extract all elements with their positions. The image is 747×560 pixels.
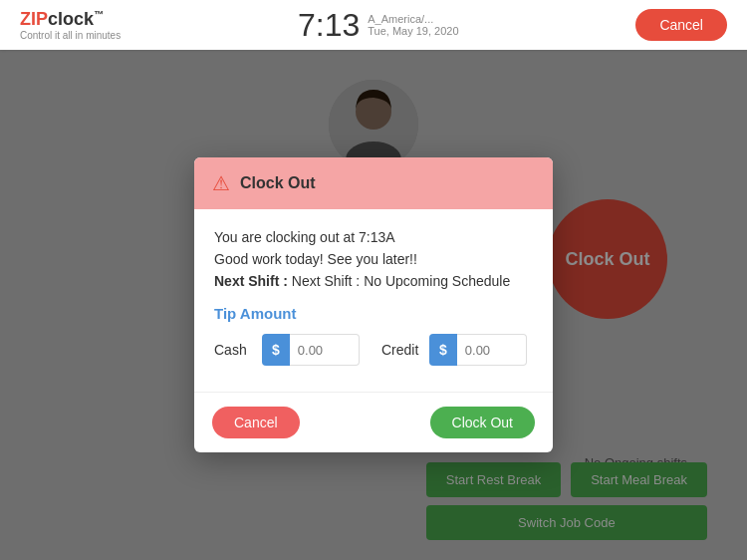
app-header: ZIPclock™ Control it all in minutes 7:13… (0, 0, 747, 50)
modal-footer: Cancel Clock Out (194, 393, 553, 452)
tip-amount-title: Tip Amount (214, 305, 533, 322)
clock-out-modal: ⚠ Clock Out You are clocking out at 7:13… (194, 157, 553, 452)
logo-area: ZIPclock™ Control it all in minutes (20, 9, 121, 41)
good-work-text: Good work today! See you later!! (214, 251, 533, 267)
modal-title: Clock Out (240, 174, 316, 192)
credit-tip-input[interactable] (457, 334, 527, 366)
cash-label: Cash (214, 342, 254, 358)
tip-row: Cash $ Credit $ (214, 334, 533, 366)
cash-tip-input[interactable] (290, 334, 360, 366)
next-shift-label: Next Shift : (214, 273, 288, 289)
date-label: Tue, May 19, 2020 (368, 25, 458, 37)
logo-tm: ™ (94, 9, 104, 20)
logo-clock: clock (48, 9, 94, 29)
current-time: 7:13 (298, 7, 360, 44)
main-area: A Va... 📅 My Schedule Clock Out No Ongoi… (0, 50, 747, 560)
modal-clock-out-button[interactable]: Clock Out (430, 407, 535, 438)
next-shift-text: Next Shift : Next Shift : No Upcoming Sc… (214, 273, 533, 289)
clock-out-time-text: You are clocking out at 7:13A (214, 229, 533, 245)
logo: ZIPclock™ (20, 9, 121, 30)
logo-zip: ZIP (20, 9, 48, 29)
logo-tagline: Control it all in minutes (20, 30, 121, 41)
header-cancel-button[interactable]: Cancel (635, 9, 727, 41)
header-time: 7:13 A_America/... Tue, May 19, 2020 (298, 7, 459, 44)
modal-header: ⚠ Clock Out (194, 157, 553, 209)
cash-dollar-button[interactable]: $ (262, 334, 290, 366)
next-shift-value: Next Shift : No Upcoming Schedule (292, 273, 510, 289)
cash-tip-group: Cash $ (214, 334, 366, 366)
warning-icon: ⚠ (212, 171, 230, 195)
modal-body: You are clocking out at 7:13A Good work … (194, 209, 553, 392)
credit-dollar-button[interactable]: $ (429, 334, 457, 366)
modal-cancel-button[interactable]: Cancel (212, 407, 300, 438)
time-details: A_America/... Tue, May 19, 2020 (368, 13, 458, 37)
timezone-label: A_America/... (368, 13, 458, 25)
credit-label: Credit (381, 342, 421, 358)
credit-tip-group: Credit $ (381, 334, 533, 366)
modal-overlay: ⚠ Clock Out You are clocking out at 7:13… (0, 50, 747, 560)
